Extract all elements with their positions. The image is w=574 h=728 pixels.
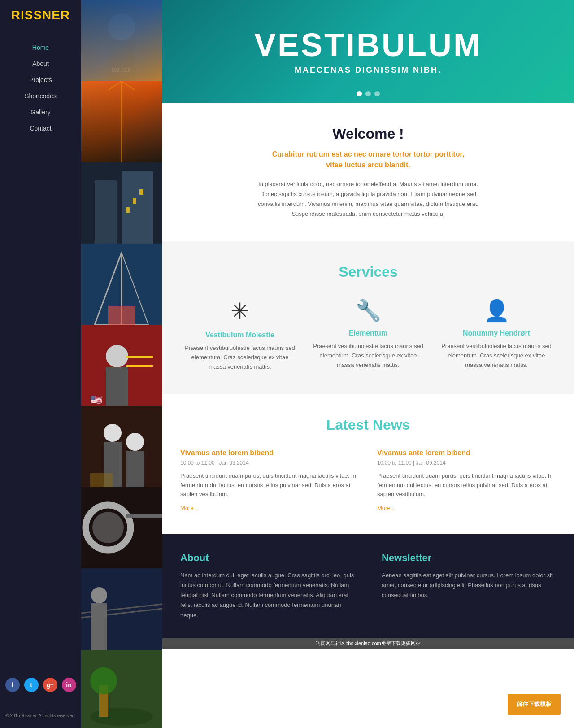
google-plus-icon[interactable]: g+	[43, 678, 57, 692]
welcome-body: In placerat vehicula dolor, nec ornare t…	[256, 179, 480, 219]
dot-3[interactable]	[374, 91, 380, 96]
hero-subtitle: MAECENAS DIGNISSIM NIBH.	[295, 65, 442, 75]
copyright: © 2015 Rissner. All rights reserved.	[1, 713, 80, 719]
news-title-1: Vivamus ante lorem bibend	[180, 449, 359, 457]
svg-rect-8	[95, 180, 117, 244]
service-item-1: ✳ Vestibulum Molestie Praesent vestibulu…	[180, 298, 300, 371]
nav-shortcodes[interactable]: Shortcodes	[0, 88, 81, 104]
svg-point-19	[106, 345, 128, 367]
social-icons: f t g+ in	[5, 678, 76, 692]
news-grid: Vivamus ante lorem bibend 10:00 to 11:00…	[180, 449, 556, 512]
svg-point-42	[90, 667, 117, 694]
service-icon-1: ✳	[230, 298, 249, 324]
svg-line-6	[122, 81, 135, 90]
svg-rect-11	[133, 198, 136, 204]
sidebar: RISSNER Home About Projects Shortcodes G…	[0, 0, 81, 728]
watermark-bar: 访问网与社区bbs.xienlao.com免费下载更多网站	[162, 638, 574, 649]
svg-rect-29	[90, 473, 113, 487]
svg-rect-22	[126, 365, 153, 367]
welcome-subtitle: Curabitur rutrum est ac nec ornare torto…	[189, 149, 547, 170]
news-more-link-1[interactable]: More...	[180, 505, 198, 511]
service-name-2: Elementum	[349, 329, 387, 337]
news-desc-1: Praesent tincidunt quam purus, quis tinc…	[180, 471, 359, 499]
footer-about: About Nam ac interdum dui, eget iaculis …	[180, 552, 355, 620]
news-more-link-2[interactable]: More...	[377, 505, 395, 511]
hero-title: VESTIBULUM	[254, 29, 482, 61]
svg-line-5	[108, 81, 122, 90]
image-2	[81, 81, 162, 162]
svg-rect-10	[126, 207, 130, 213]
svg-text:🇺🇸: 🇺🇸	[90, 394, 103, 406]
image-5: 🇺🇸	[81, 325, 162, 406]
footer-section: About Nam ac interdum dui, eget iaculis …	[162, 534, 574, 638]
footer-about-text: Nam ac interdum dui, eget iaculis augue.…	[180, 571, 355, 620]
welcome-title: Welcome !	[189, 126, 547, 142]
dot-2[interactable]	[365, 91, 371, 96]
svg-point-25	[104, 424, 122, 442]
svg-point-32	[92, 512, 124, 543]
main-content: DANGER	[81, 0, 574, 728]
service-item-2: 🔧 Elementum Praesent vestibuluolestie la…	[309, 298, 428, 371]
logo-text: RISSNER	[11, 8, 70, 22]
facebook-icon[interactable]: f	[5, 678, 20, 692]
service-desc-2: Praesent vestibuluolestie lacus mauris s…	[313, 342, 423, 370]
svg-rect-21	[126, 356, 153, 358]
hero-section: VESTIBULUM MAECENAS DIGNISSIM NIBH.	[162, 0, 574, 103]
footer-newsletter-text: Aenean sagittis est eget elit pulvinar c…	[382, 571, 556, 600]
service-item-3: 👤 Nonummy Hendrørt Praesent vestibuluole…	[437, 298, 556, 371]
service-desc-1: Praesent vestibuluolestie lacus mauris s…	[185, 344, 295, 371]
image-8	[81, 568, 162, 650]
download-button[interactable]: 前往下载模板	[508, 694, 561, 715]
footer-about-title: About	[180, 552, 355, 564]
service-name-3: Nonummy Hendrørt	[463, 329, 530, 337]
logo-yellow: NER	[42, 8, 70, 22]
svg-rect-28	[126, 451, 144, 487]
news-section: Latest News Vivamus ante lorem bibend 10…	[162, 394, 574, 534]
instagram-icon[interactable]: in	[62, 678, 76, 692]
news-title-2: Vivamus ante lorem bibend	[377, 449, 556, 457]
dot-1[interactable]	[357, 91, 362, 96]
content-column: VESTIBULUM MAECENAS DIGNISSIM NIBH. Welc…	[162, 0, 574, 728]
service-name-1: Vestibulum Molestie	[205, 331, 274, 339]
news-title: Latest News	[180, 417, 556, 433]
svg-rect-17	[108, 306, 135, 325]
service-icon-3: 👤	[484, 298, 509, 323]
image-9	[81, 650, 162, 728]
image-7	[81, 487, 162, 568]
nav-contact[interactable]: Contact	[0, 120, 81, 136]
nav-gallery[interactable]: Gallery	[0, 104, 81, 120]
image-3	[81, 162, 162, 244]
news-meta-1: 10:00 to 11:00 | Jan 09,2014	[180, 460, 359, 466]
slider-dots	[357, 91, 380, 96]
image-strip: DANGER	[81, 0, 162, 728]
svg-point-27	[126, 433, 144, 451]
footer-newsletter: Newsletter Aenean sagittis est eget elit…	[382, 552, 556, 620]
services-grid: ✳ Vestibulum Molestie Praesent vestibulu…	[180, 298, 556, 371]
svg-point-37	[91, 587, 107, 603]
image-1: DANGER	[81, 0, 162, 81]
welcome-section: Welcome ! Curabitur rutrum est ac nec or…	[162, 103, 574, 241]
svg-rect-38	[91, 603, 107, 650]
nav-projects[interactable]: Projects	[0, 72, 81, 88]
watermark-text: 访问网与社区bbs.xienlao.com免费下载更多网站	[316, 641, 421, 646]
logo-white: RISS	[11, 8, 42, 22]
nav-about[interactable]: About	[0, 56, 81, 72]
main-nav: Home About Projects Shortcodes Gallery C…	[0, 39, 81, 136]
logo[interactable]: RISSNER	[0, 0, 81, 31]
svg-rect-12	[139, 189, 143, 195]
services-title: Services	[180, 264, 556, 280]
twitter-icon[interactable]: t	[24, 678, 39, 692]
service-icon-2: 🔧	[356, 298, 381, 323]
news-desc-2: Praesent tincidunt quam purus, quis tinc…	[377, 471, 556, 499]
service-desc-3: Praesent vestibuluolestie lacus mauris s…	[441, 342, 552, 370]
news-item-1: Vivamus ante lorem bibend 10:00 to 11:00…	[180, 449, 359, 512]
news-meta-2: 10:00 to 11:00 | Jan 09,2014	[377, 460, 556, 466]
news-item-2: Vivamus ante lorem bibend 10:00 to 11:00…	[377, 449, 556, 512]
image-6	[81, 406, 162, 487]
services-section: Services ✳ Vestibulum Molestie Praesent …	[162, 241, 574, 394]
svg-rect-20	[106, 367, 128, 406]
svg-rect-33	[126, 514, 162, 518]
nav-home[interactable]: Home	[0, 39, 81, 56]
footer-newsletter-title: Newsletter	[382, 552, 556, 564]
image-4	[81, 244, 162, 325]
